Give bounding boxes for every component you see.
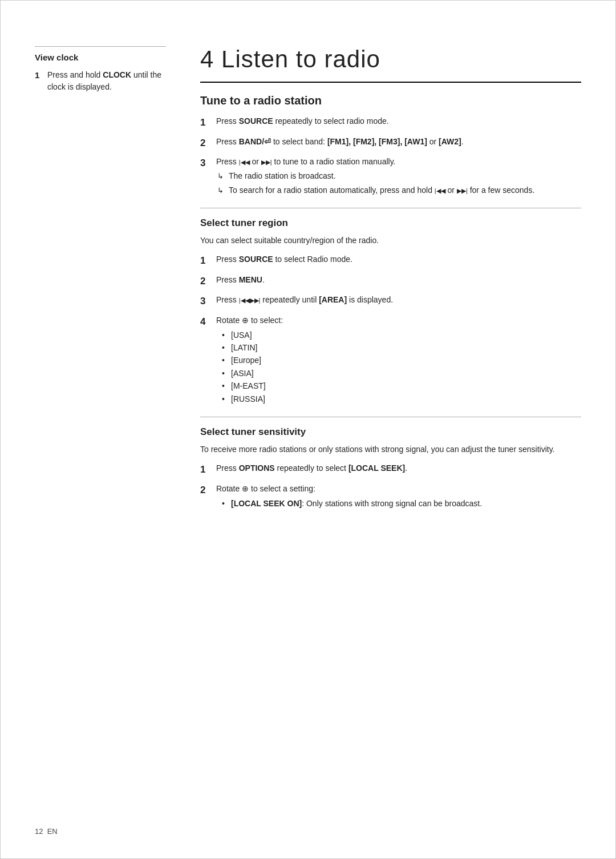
tune-step-1-content: Press SOURCE repeatedly to select radio … — [216, 115, 389, 130]
left-step-number-1: 1 — [35, 69, 47, 93]
region-step-2-content: Press MENU. — [216, 274, 265, 289]
region-bullet-meast-text: [M-EAST] — [231, 380, 266, 392]
view-clock-heading: View clock — [35, 53, 166, 62]
region-step-3: 3 Press |◀◀▶▶| repeatedly until [AREA] i… — [200, 294, 581, 309]
page-number: 12 — [35, 827, 43, 836]
tune-section-heading: Tune to a radio station — [200, 94, 581, 107]
region-bullet-europe: •[Europe] — [222, 354, 283, 366]
sensitivity-step-2-number: 2 — [200, 483, 216, 510]
arrow-icon-2: ↳ — [217, 184, 229, 196]
tune-step-1-number: 1 — [200, 115, 216, 130]
tuner-region-intro: You can select suitable country/region o… — [200, 235, 581, 247]
tune-step-3-sub-1: ↳ The radio station is broadcast. — [216, 170, 534, 182]
sensitivity-step-2-content: Rotate ⊕ to select a setting: • [LOCAL S… — [216, 483, 482, 510]
region-step-2-number: 2 — [200, 274, 216, 289]
region-bullet-usa: •[USA] — [222, 329, 283, 341]
page-footer: 12 EN — [35, 827, 58, 836]
left-step-1: 1 Press and hold CLOCK until the clock i… — [35, 69, 166, 93]
region-bullet-russia-text: [RUSSIA] — [231, 393, 265, 405]
region-bullet-meast: •[M-EAST] — [222, 380, 283, 392]
tune-step-2-number: 2 — [200, 136, 216, 151]
sensitivity-step-1: 1 Press OPTIONS repeatedly to select [LO… — [200, 462, 581, 477]
region-step-4-content: Rotate ⊕ to select: •[USA] •[LATIN] •[Eu… — [216, 314, 283, 405]
right-column: 4 Listen to radio Tune to a radio statio… — [183, 35, 615, 824]
region-step-3-number: 3 — [200, 294, 216, 309]
region-bullet-latin: •[LATIN] — [222, 341, 283, 354]
arrow-icon-1: ↳ — [217, 170, 229, 182]
tune-step-2: 2 Press BAND/⏎ to select band: [FM1], [F… — [200, 136, 581, 151]
tune-step-3-sub-2: ↳ To search for a radio station automati… — [216, 184, 534, 196]
tuner-sensitivity-heading: Select tuner sensitivity — [200, 426, 581, 438]
region-bullet-russia: •[RUSSIA] — [222, 393, 283, 405]
chapter-text: Listen to radio — [221, 46, 380, 72]
region-bullet-asia-text: [ASIA] — [231, 367, 254, 380]
region-bullet-usa-text: [USA] — [231, 329, 252, 341]
sensitivity-step-1-content: Press OPTIONS repeatedly to select [LOCA… — [216, 462, 407, 477]
region-step-1: 1 Press SOURCE to select Radio mode. — [200, 253, 581, 268]
tuner-region-divider — [200, 208, 581, 208]
bullet-dot: • — [222, 367, 231, 380]
tune-step-2-content: Press BAND/⏎ to select band: [FM1], [FM2… — [216, 136, 464, 151]
bullet-dot: • — [222, 380, 231, 392]
tuner-region-heading: Select tuner region — [200, 217, 581, 229]
bullet-dot: • — [222, 341, 231, 354]
region-bullet-list: •[USA] •[LATIN] •[Europe] •[ASIA] •[M-EA… — [216, 329, 283, 405]
tune-step-3-sub-2-text: To search for a radio station automatica… — [229, 184, 534, 196]
region-bullet-asia: •[ASIA] — [222, 367, 283, 380]
region-bullet-latin-text: [LATIN] — [231, 341, 257, 354]
left-step-content-1: Press and hold CLOCK until the clock is … — [47, 69, 166, 93]
sensitivity-bullet-local-seek-on-text: [LOCAL SEEK ON]: Only stations with stro… — [231, 497, 482, 510]
tuner-sensitivity-intro: To receive more radio stations or only s… — [200, 443, 581, 455]
tuner-sensitivity-divider — [200, 417, 581, 417]
region-step-1-number: 1 — [200, 253, 216, 268]
sensitivity-bullet-local-seek-on: • [LOCAL SEEK ON]: Only stations with st… — [222, 497, 482, 510]
left-divider — [35, 46, 166, 47]
sensitivity-bullet-list: • [LOCAL SEEK ON]: Only stations with st… — [216, 497, 482, 510]
language-label: EN — [47, 827, 58, 836]
tune-step-1: 1 Press SOURCE repeatedly to select radi… — [200, 115, 581, 130]
region-bullet-europe-text: [Europe] — [231, 354, 261, 366]
tune-step-3-content: Press |◀◀ or ▶▶| to tune to a radio stat… — [216, 156, 534, 196]
tune-step-3: 3 Press |◀◀ or ▶▶| to tune to a radio st… — [200, 156, 581, 196]
chapter-divider — [200, 82, 581, 83]
bullet-dot: • — [222, 393, 231, 405]
region-step-4: 4 Rotate ⊕ to select: •[USA] •[LATIN] •[… — [200, 314, 581, 405]
region-step-4-number: 4 — [200, 314, 216, 405]
bullet-dot: • — [222, 329, 231, 341]
bullet-dot: • — [222, 497, 231, 510]
region-step-3-content: Press |◀◀▶▶| repeatedly until [AREA] is … — [216, 294, 393, 309]
sensitivity-step-2: 2 Rotate ⊕ to select a setting: • [LOCAL… — [200, 483, 581, 510]
left-column: View clock 1 Press and hold CLOCK until … — [1, 35, 183, 824]
bullet-dot: • — [222, 354, 231, 366]
tune-step-3-sub-1-text: The radio station is broadcast. — [229, 170, 336, 182]
tune-step-3-number: 3 — [200, 156, 216, 196]
chapter-number: 4 — [200, 46, 214, 72]
region-step-2: 2 Press MENU. — [200, 274, 581, 289]
region-step-1-content: Press SOURCE to select Radio mode. — [216, 253, 352, 268]
chapter-title: 4 Listen to radio — [200, 46, 581, 72]
sensitivity-step-1-number: 1 — [200, 462, 216, 477]
